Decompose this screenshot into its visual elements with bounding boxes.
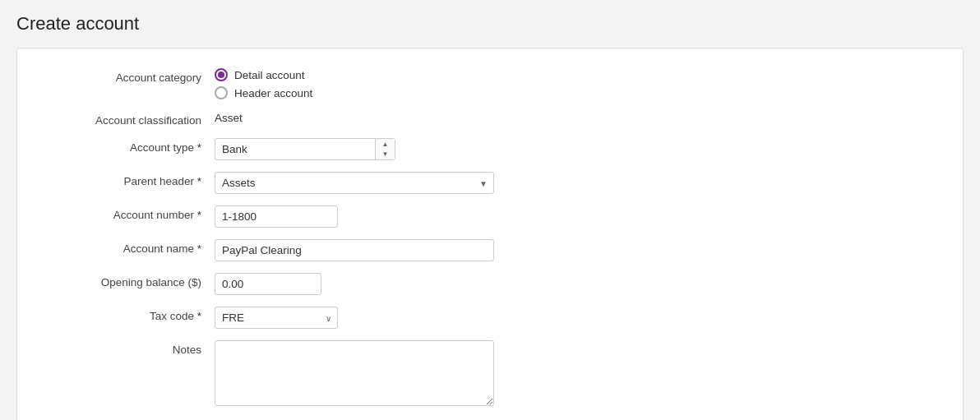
account-name-control: [215, 239, 494, 261]
tax-code-label: Tax code: [50, 307, 215, 322]
radio-header-account[interactable]: [215, 86, 228, 99]
account-number-input[interactable]: [215, 205, 338, 228]
parent-header-control: Assets Liabilities Equity Income Expense…: [215, 172, 494, 194]
account-category-radio-group: Detail account Header account: [215, 68, 494, 99]
account-number-row: Account number: [50, 205, 930, 228]
opening-balance-control: [215, 273, 494, 295]
opening-balance-input[interactable]: [215, 273, 321, 295]
parent-header-select-wrapper: Assets Liabilities Equity Income Expense…: [215, 172, 494, 194]
radio-option-detail[interactable]: Detail account: [215, 68, 494, 81]
account-number-control: [215, 205, 494, 228]
account-type-select[interactable]: Bank Cash Credit Card Equity Income Expe…: [215, 138, 395, 160]
account-classification-value: Asset: [215, 111, 494, 124]
opening-balance-label: Opening balance ($): [50, 273, 215, 288]
account-category-row: Account category Detail account Header a…: [50, 68, 930, 99]
account-type-control: Bank Cash Credit Card Equity Income Expe…: [215, 138, 494, 160]
notes-control: [215, 340, 494, 408]
radio-option-header[interactable]: Header account: [215, 86, 494, 99]
account-classification-label: Account classification: [50, 111, 215, 127]
page-title: Create account: [16, 13, 964, 35]
account-name-row: Account name: [50, 239, 930, 261]
radio-header-label: Header account: [234, 87, 312, 99]
radio-detail-account[interactable]: [215, 68, 228, 81]
page-container: Create account Account category Detail a…: [0, 0, 980, 420]
tax-code-row: Tax code FRE GST IMP N-T ∨: [50, 307, 930, 329]
account-name-input[interactable]: [215, 239, 494, 261]
notes-row: Notes: [50, 340, 930, 408]
account-name-label: Account name: [50, 239, 215, 255]
form-card: Account category Detail account Header a…: [16, 48, 964, 420]
tax-code-select[interactable]: FRE GST IMP N-T: [215, 307, 338, 329]
parent-header-select[interactable]: Assets Liabilities Equity Income Expense…: [215, 172, 494, 194]
radio-detail-label: Detail account: [234, 69, 305, 81]
notes-label: Notes: [50, 340, 215, 356]
account-type-row: Account type Bank Cash Credit Card Equit…: [50, 138, 930, 160]
account-type-label: Account type: [50, 138, 215, 154]
classification-text: Asset: [215, 108, 243, 124]
account-classification-row: Account classification Asset: [50, 111, 930, 127]
account-category-label: Account category: [50, 68, 215, 84]
opening-balance-row: Opening balance ($): [50, 273, 930, 295]
account-number-label: Account number: [50, 205, 215, 221]
tax-code-select-wrapper: FRE GST IMP N-T ∨: [215, 307, 338, 329]
parent-header-row: Parent header Assets Liabilities Equity …: [50, 172, 930, 194]
tax-code-control: FRE GST IMP N-T ∨: [215, 307, 494, 329]
account-type-select-wrapper: Bank Cash Credit Card Equity Income Expe…: [215, 138, 395, 160]
parent-header-label: Parent header: [50, 172, 215, 187]
account-category-control: Detail account Header account: [215, 68, 494, 99]
notes-textarea[interactable]: [215, 340, 494, 406]
